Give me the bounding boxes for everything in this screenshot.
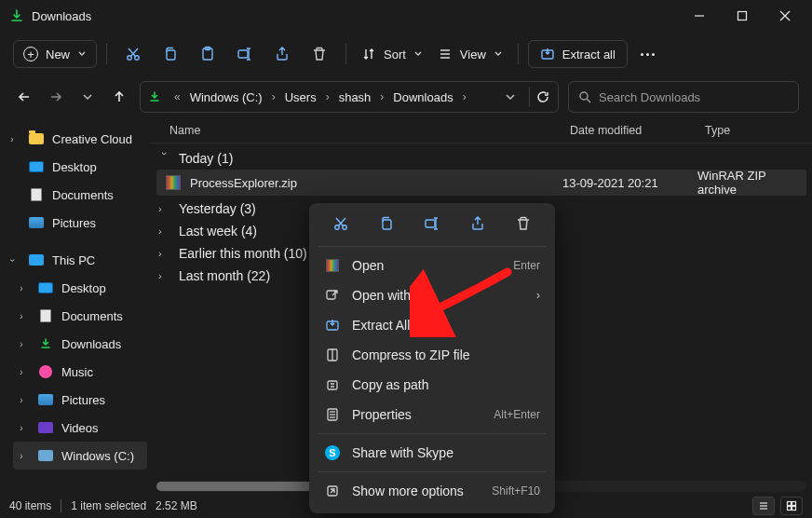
chevron-right-icon: › — [536, 289, 540, 302]
svg-rect-9 — [238, 50, 248, 58]
ctx-quick-actions — [315, 211, 549, 242]
sort-button[interactable]: Sort — [356, 41, 428, 67]
column-headers: Name Date modified Type — [151, 117, 812, 143]
crumb-2[interactable]: shash — [339, 90, 372, 104]
separator — [518, 44, 519, 64]
ctx-rename-button[interactable] — [419, 212, 445, 235]
sidebar-item-thispc-music[interactable]: ›Music — [0, 358, 151, 386]
chevron-right-icon[interactable]: › — [376, 90, 387, 103]
minimize-button[interactable] — [678, 1, 721, 31]
separator — [318, 471, 546, 472]
back-button[interactable] — [13, 86, 35, 108]
svg-point-14 — [580, 92, 588, 100]
chevron-right-icon[interactable]: › — [459, 90, 470, 103]
cut-button[interactable] — [116, 38, 150, 70]
svg-rect-20 — [792, 502, 796, 506]
status-size: 2.52 MB — [156, 499, 197, 512]
search-box[interactable]: Search Downloads — [568, 81, 799, 113]
ctx-copy-button[interactable] — [373, 212, 399, 235]
chevron-right-icon[interactable]: › — [322, 90, 333, 103]
crumb-0[interactable]: Windows (C:) — [190, 90, 263, 104]
crumb-3[interactable]: Downloads — [393, 90, 453, 104]
delete-button[interactable] — [303, 38, 336, 70]
separator — [106, 44, 107, 64]
svg-rect-22 — [792, 507, 796, 511]
ctx-delete-button[interactable] — [510, 212, 536, 235]
copy-button[interactable] — [154, 38, 187, 70]
group-today[interactable]: ›Today (1) — [151, 147, 812, 170]
file-row-processexplorer[interactable]: ProcessExplorer.zip 13-09-2021 20:21 Win… — [156, 170, 806, 196]
new-button[interactable]: + New — [13, 40, 97, 68]
crumb-prefix-chevron[interactable]: « — [170, 90, 184, 103]
separator — [318, 433, 546, 434]
file-name: ProcessExplorer.zip — [190, 176, 562, 190]
open-with-icon — [324, 287, 341, 304]
extract-all-button[interactable]: Extract all — [528, 40, 628, 68]
chevron-right-icon[interactable]: › — [268, 90, 279, 103]
paste-button[interactable] — [191, 38, 224, 70]
column-name[interactable]: Name — [169, 124, 570, 137]
sidebar-item-documents[interactable]: Documents — [0, 181, 151, 209]
sidebar-item-thispc-videos[interactable]: ›Videos — [0, 414, 151, 442]
sidebar-item-creative-cloud[interactable]: ›Creative Cloud — [0, 125, 151, 153]
command-bar: + New Sort View Extract all — [0, 32, 812, 76]
ctx-cut-button[interactable] — [328, 212, 354, 235]
winrar-icon — [324, 257, 341, 274]
downloads-folder-icon — [148, 90, 161, 103]
thumbnails-view-button[interactable] — [780, 497, 803, 515]
sidebar-item-thispc-desktop[interactable]: ›Desktop — [0, 274, 151, 302]
crumb-1[interactable]: Users — [285, 90, 317, 104]
forward-button[interactable] — [45, 86, 67, 108]
view-mode-switcher — [752, 497, 803, 515]
more-button[interactable] — [631, 53, 664, 56]
sidebar-item-thispc-c-drive[interactable]: ›Windows (C:) — [13, 442, 147, 470]
sidebar-item-thispc-pictures[interactable]: ›Pictures — [0, 386, 151, 414]
window-controls — [678, 1, 806, 31]
share-button[interactable] — [265, 38, 299, 70]
details-view-button[interactable] — [752, 497, 775, 515]
up-button[interactable] — [108, 86, 130, 108]
address-bar[interactable]: « Windows (C:)› Users› shash› Downloads› — [140, 81, 559, 113]
ctx-open-with[interactable]: Open with › — [315, 280, 549, 310]
extract-icon — [324, 317, 341, 334]
sidebar-item-desktop[interactable]: Desktop — [0, 153, 151, 181]
search-placeholder: Search Downloads — [599, 90, 700, 104]
nav-row: « Windows (C:)› Users› shash› Downloads›… — [0, 76, 812, 117]
ctx-open[interactable]: Open Enter — [315, 251, 549, 280]
extract-all-label: Extract all — [562, 48, 616, 61]
close-button[interactable] — [764, 1, 806, 31]
ctx-compress-zip[interactable]: Compress to ZIP file — [315, 340, 549, 370]
refresh-button[interactable] — [535, 89, 550, 104]
svg-rect-30 — [328, 381, 337, 389]
svg-rect-26 — [426, 220, 435, 227]
file-type: WinRAR ZIP archive — [697, 169, 806, 197]
separator — [345, 44, 346, 64]
column-type[interactable]: Type — [705, 124, 812, 137]
navigation-pane: ›Creative Cloud Desktop Documents Pictur… — [0, 117, 151, 494]
ctx-show-more-options[interactable]: Show more options Shift+F10 — [315, 476, 549, 506]
recent-locations-button[interactable] — [76, 86, 99, 108]
separator — [529, 87, 530, 107]
ctx-share-skype[interactable]: S Share with Skype — [315, 438, 549, 468]
context-menu: Open Enter Open with › Extract All... Co… — [309, 203, 555, 513]
sidebar-item-thispc-documents[interactable]: ›Documents — [0, 302, 151, 330]
ctx-properties[interactable]: Properties Alt+Enter — [315, 400, 549, 429]
sidebar-item-pictures[interactable]: Pictures — [0, 209, 151, 237]
sort-label: Sort — [384, 48, 406, 61]
sidebar-item-this-pc[interactable]: ›This PC — [0, 246, 151, 274]
column-date-modified[interactable]: Date modified — [570, 124, 705, 137]
separator — [61, 499, 61, 512]
winrar-icon — [164, 173, 183, 192]
svg-rect-6 — [167, 50, 175, 60]
zip-icon — [324, 347, 341, 363]
rename-button[interactable] — [228, 38, 262, 70]
more-options-icon — [324, 483, 341, 499]
ctx-share-button[interactable] — [465, 212, 491, 235]
view-button[interactable]: View — [432, 41, 508, 67]
extract-icon — [540, 47, 555, 61]
ctx-copy-as-path[interactable]: Copy as path — [315, 370, 549, 400]
ctx-extract-all[interactable]: Extract All... — [315, 310, 549, 340]
sidebar-item-thispc-downloads[interactable]: ›Downloads — [0, 330, 151, 358]
maximize-button[interactable] — [721, 1, 764, 31]
address-dropdown-button[interactable] — [505, 91, 516, 102]
